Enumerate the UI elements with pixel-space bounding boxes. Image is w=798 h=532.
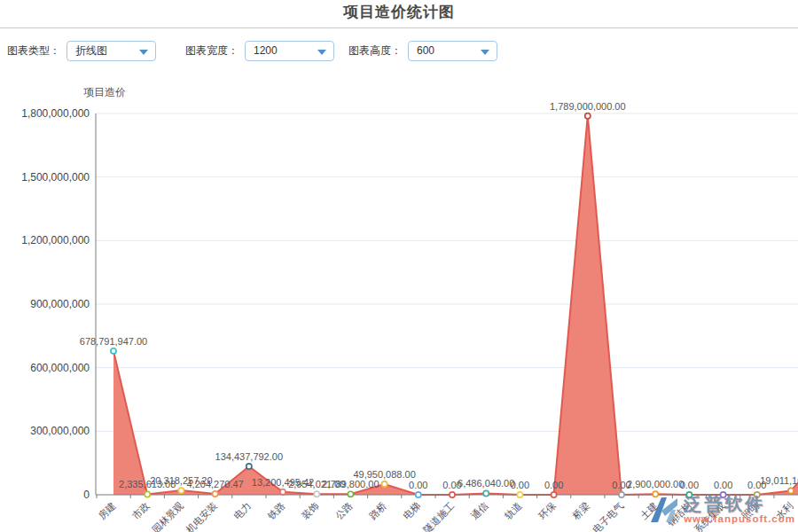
data-point[interactable] bbox=[552, 492, 557, 497]
chart-type-select[interactable]: 折线图 bbox=[66, 41, 156, 61]
data-label: 134,437,792.00 bbox=[215, 451, 283, 462]
data-point[interactable] bbox=[653, 491, 658, 497]
chevron-down-icon bbox=[317, 50, 326, 55]
data-point[interactable] bbox=[450, 492, 455, 497]
chart-type-value: 折线图 bbox=[75, 43, 107, 59]
y-tick-label: 1,500,000,000 bbox=[21, 171, 90, 184]
chart-height-value: 600 bbox=[417, 44, 434, 57]
data-point[interactable] bbox=[483, 490, 489, 496]
x-category-label: 园林景观 bbox=[150, 499, 185, 532]
x-category-label: 电力 bbox=[231, 500, 253, 521]
x-category-label: 系统集成 bbox=[692, 500, 727, 532]
chart-type-group: 图表类型： 折线图 bbox=[7, 41, 171, 61]
data-point[interactable] bbox=[145, 491, 150, 497]
data-point[interactable] bbox=[213, 491, 218, 497]
x-category-label: 铁路 bbox=[265, 500, 287, 522]
data-label: 2,789,800.00 bbox=[322, 479, 379, 489]
data-label: 0.00 bbox=[680, 480, 699, 490]
data-point[interactable] bbox=[314, 491, 319, 497]
data-label: 6,486,040.00 bbox=[458, 478, 514, 489]
series-area bbox=[113, 116, 798, 495]
data-label: 1,789,000,000.00 bbox=[550, 101, 626, 112]
x-category-label: 水利 bbox=[773, 500, 794, 521]
x-category-label: 环保 bbox=[536, 499, 559, 521]
data-point[interactable] bbox=[348, 491, 353, 497]
data-label: 19,011,104.43 bbox=[760, 475, 798, 486]
x-category-label: 装饰 bbox=[300, 500, 321, 521]
x-category-label: 隧道施工 bbox=[421, 500, 457, 532]
data-point[interactable] bbox=[585, 113, 591, 119]
series-line bbox=[113, 116, 798, 495]
data-point[interactable] bbox=[178, 488, 184, 493]
y-tick-label: 1,800,000,000 bbox=[21, 107, 90, 120]
chart-width-select[interactable]: 1200 bbox=[245, 41, 334, 61]
chevron-down-icon bbox=[481, 50, 489, 55]
chart-height-group: 图表高度： 600 bbox=[348, 41, 497, 61]
y-tick-label: 600,000,000 bbox=[30, 362, 90, 374]
chart-width-group: 图表宽度： 1200 bbox=[185, 41, 334, 61]
data-label: 678,791,947.00 bbox=[80, 336, 147, 347]
y-tick-label: 1,200,000,000 bbox=[21, 234, 90, 246]
data-point[interactable] bbox=[721, 492, 726, 497]
x-category-label: 路桥 bbox=[367, 500, 388, 521]
y-tick-label: 0 bbox=[83, 489, 90, 501]
header-divider bbox=[0, 27, 798, 28]
x-category-label: 市政 bbox=[130, 500, 152, 521]
chart-height-select[interactable]: 600 bbox=[408, 41, 497, 61]
data-label: 2,900,000.00 bbox=[627, 479, 684, 489]
data-label: 49,950,088.00 bbox=[353, 469, 415, 480]
chart-width-label: 图表宽度： bbox=[185, 43, 239, 59]
x-category-label: 通信 bbox=[469, 500, 490, 521]
data-label: 0.00 bbox=[544, 480, 563, 490]
data-point[interactable] bbox=[755, 492, 760, 497]
chevron-down-icon bbox=[139, 50, 148, 55]
data-point[interactable] bbox=[619, 492, 624, 497]
x-category-label: 照明 bbox=[739, 500, 761, 521]
chart-type-label: 图表类型： bbox=[7, 43, 60, 59]
chart-height-label: 图表高度： bbox=[348, 43, 402, 59]
x-category-label: 土建 bbox=[638, 500, 660, 521]
y-tick-label: 900,000,000 bbox=[30, 298, 90, 310]
x-category-label: 桥梁 bbox=[569, 500, 591, 522]
x-category-label: 电子电气 bbox=[591, 500, 626, 532]
data-point[interactable] bbox=[416, 492, 421, 497]
y-tick-label: 300,000,000 bbox=[30, 425, 90, 437]
data-point[interactable] bbox=[788, 488, 794, 493]
data-label: 0.00 bbox=[409, 480, 427, 490]
data-point[interactable] bbox=[382, 481, 387, 487]
data-point[interactable] bbox=[517, 492, 522, 497]
data-label: 0.00 bbox=[511, 480, 529, 490]
chart-width-value: 1200 bbox=[254, 44, 278, 57]
x-category-label: 电梯 bbox=[401, 500, 422, 521]
data-point[interactable] bbox=[111, 348, 116, 354]
chart-controls: 图表类型： 折线图 图表宽度： 1200 图表高度： 600 bbox=[7, 40, 497, 61]
data-point[interactable] bbox=[686, 492, 692, 497]
x-category-label: 房建 bbox=[96, 500, 117, 521]
x-category-label: 钢结构 bbox=[664, 500, 693, 529]
data-point[interactable] bbox=[246, 464, 252, 469]
data-label: 4,204,270.47 bbox=[186, 479, 243, 489]
data-point[interactable] bbox=[280, 489, 286, 495]
x-category-label: 公路 bbox=[333, 500, 355, 521]
page-title: 项目造价统计图 bbox=[0, 2, 798, 22]
x-category-label: 轨道 bbox=[502, 500, 524, 522]
data-label: 0.00 bbox=[714, 480, 732, 490]
cost-line-chart: 0300,000,000600,000,000900,000,0001,200,… bbox=[0, 71, 798, 532]
x-category-label: 机电安装 bbox=[184, 500, 219, 532]
